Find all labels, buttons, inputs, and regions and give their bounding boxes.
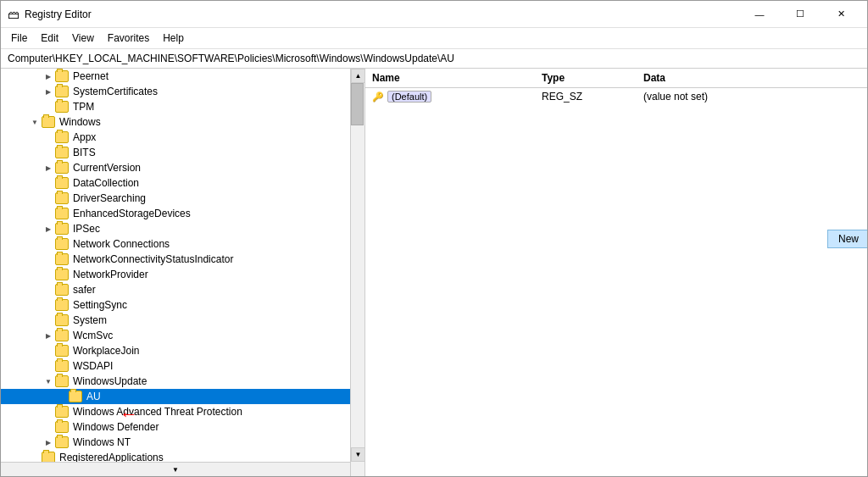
folder-icon xyxy=(42,116,55,128)
tree-panel[interactable]: ▶ Peernet ▶ SystemCertificates ▶ TPM ▼ W… xyxy=(1,69,365,476)
tree-label: NetworkProvider xyxy=(71,269,148,280)
menu-favorites[interactable]: Favorites xyxy=(101,30,156,47)
folder-icon xyxy=(55,284,69,296)
detail-cell-type: REG_SZ xyxy=(542,91,643,103)
tree-item-au[interactable]: ▶ AU xyxy=(1,389,364,404)
tree-label: Windows Advanced Threat Protection xyxy=(71,406,242,418)
tree-item[interactable]: ▶ Appx xyxy=(1,130,364,145)
registry-editor-window: 🗃 Registry Editor — ☐ ✕ File Edit View F… xyxy=(0,0,868,477)
tree-label: Network Connections xyxy=(71,238,170,250)
detail-cell-name: 🔑 (Default) xyxy=(372,91,542,103)
folder-icon xyxy=(55,70,69,82)
tree-item[interactable]: ▶ WSDAPI xyxy=(1,358,364,374)
title-bar: 🗃 Registry Editor — ☐ ✕ xyxy=(1,1,867,28)
menu-view[interactable]: View xyxy=(65,30,101,47)
tree-label: WorkplaceJoin xyxy=(71,345,139,357)
expand-icon: ▶ xyxy=(42,222,55,236)
tree-item[interactable]: ▶ NetworkConnectivityStatusIndicator xyxy=(1,252,364,267)
menu-help[interactable]: Help xyxy=(156,30,191,47)
tree-label: DriverSearching xyxy=(71,192,146,204)
expand-icon: ▼ xyxy=(42,374,55,388)
folder-icon xyxy=(55,86,69,97)
tree-item[interactable]: ▶ WorkplaceJoin xyxy=(1,343,364,358)
tree-label: CurrentVersion xyxy=(71,162,141,174)
folder-icon xyxy=(55,375,69,387)
tree-item[interactable]: ▶ System xyxy=(1,313,364,328)
context-menu-wrapper: New › Key String Value Binary Value xyxy=(827,230,867,248)
menu-file[interactable]: File xyxy=(4,30,34,47)
tree-scrollbar[interactable]: ▲ ▼ xyxy=(350,69,364,476)
folder-icon xyxy=(55,314,69,326)
folder-icon xyxy=(55,147,69,158)
tree-item[interactable]: ▶ BITS xyxy=(1,145,364,160)
tree-label: WcmSvc xyxy=(71,330,113,341)
tree-item-network-connections[interactable]: ▶ Network Connections xyxy=(1,236,364,252)
folder-icon xyxy=(55,131,69,143)
tree-item[interactable]: ▶ TPM xyxy=(1,99,364,114)
tree-label: WSDAPI xyxy=(71,360,113,372)
tree-label: SystemCertificates xyxy=(71,86,158,97)
detail-panel: Name Type Data 🔑 (Default) REG_SZ (value… xyxy=(365,69,867,476)
tree-item[interactable]: ▶ NetworkProvider xyxy=(1,267,364,282)
tree-label: Windows Defender xyxy=(71,421,159,433)
detail-row-default[interactable]: 🔑 (Default) REG_SZ (value not set) xyxy=(365,88,867,105)
expand-icon: ▶ xyxy=(42,69,55,83)
address-bar: Computer\HKEY_LOCAL_MACHINE\SOFTWARE\Pol… xyxy=(1,49,867,69)
tree-label: EnhancedStorageDevices xyxy=(71,208,191,219)
tree-item[interactable]: ▶ IPSec xyxy=(1,221,364,236)
tree-item[interactable]: ▶ DriverSearching xyxy=(1,191,364,206)
new-menu-item[interactable]: New › xyxy=(827,230,867,248)
col-data-header: Data xyxy=(643,72,860,84)
expand-icon: ▼ xyxy=(28,115,42,129)
tree-label: SettingSync xyxy=(71,299,127,311)
minimize-button[interactable]: — xyxy=(740,4,779,25)
folder-icon xyxy=(55,360,69,372)
folder-icon xyxy=(55,330,69,341)
default-value-badge: (Default) xyxy=(387,91,431,103)
scroll-down-arrow[interactable]: ▼ xyxy=(1,462,350,476)
folder-icon xyxy=(55,253,69,265)
tree-item[interactable]: ▶ DataCollection xyxy=(1,175,364,191)
tree-label: Windows xyxy=(58,116,101,128)
close-button[interactable]: ✕ xyxy=(821,4,860,25)
tree-item-windowsupdate[interactable]: ▼ WindowsUpdate xyxy=(1,374,364,389)
new-label: New xyxy=(838,233,859,245)
folder-icon xyxy=(55,421,69,433)
tree-item[interactable]: ▶ CurrentVersion xyxy=(1,160,364,175)
main-content: ▶ Peernet ▶ SystemCertificates ▶ TPM ▼ W… xyxy=(1,69,867,476)
address-text: Computer\HKEY_LOCAL_MACHINE\SOFTWARE\Pol… xyxy=(8,53,454,64)
tree-item[interactable]: ▶ SystemCertificates xyxy=(1,84,364,99)
tree-label: WindowsUpdate xyxy=(71,375,147,387)
folder-icon xyxy=(55,269,69,280)
tree-item[interactable]: ▶ WcmSvc xyxy=(1,328,364,343)
menu-edit[interactable]: Edit xyxy=(34,30,65,47)
tree-item[interactable]: ▶ Windows Advanced Threat Protection xyxy=(1,404,364,419)
tree-item[interactable]: ▶ SettingSync xyxy=(1,297,364,313)
scroll-down-btn[interactable]: ▼ xyxy=(351,447,365,462)
menu-bar: File Edit View Favorites Help xyxy=(1,28,867,49)
folder-icon xyxy=(55,223,69,235)
scroll-up-btn[interactable]: ▲ xyxy=(351,69,365,83)
folder-icon xyxy=(55,162,69,174)
folder-icon xyxy=(55,101,69,113)
tree-item[interactable]: ▶ Windows NT xyxy=(1,435,364,450)
tree-item[interactable]: ▶ Windows Defender xyxy=(1,419,364,435)
tree-item[interactable]: ▶ Peernet xyxy=(1,69,364,84)
tree-label: DataCollection xyxy=(71,177,139,189)
col-type-header: Type xyxy=(542,72,643,84)
tree-item[interactable]: ▼ Windows xyxy=(1,114,364,130)
tree-label: NetworkConnectivityStatusIndicator xyxy=(71,253,233,265)
maximize-button[interactable]: ☐ xyxy=(781,4,820,25)
folder-icon xyxy=(55,208,69,219)
tree-label: Windows NT xyxy=(71,436,131,448)
folder-icon xyxy=(55,299,69,311)
folder-icon xyxy=(69,391,82,402)
context-menu-container: New › Key String Value Binary Value xyxy=(827,230,867,248)
scroll-thumb[interactable] xyxy=(351,83,364,125)
folder-icon xyxy=(55,406,69,418)
tree-item[interactable]: ▶ safer xyxy=(1,282,364,297)
app-icon: 🗃 xyxy=(8,8,19,21)
col-name-header: Name xyxy=(372,72,542,84)
tree-item[interactable]: ▶ EnhancedStorageDevices xyxy=(1,206,364,221)
expand-icon: ▶ xyxy=(42,85,55,98)
